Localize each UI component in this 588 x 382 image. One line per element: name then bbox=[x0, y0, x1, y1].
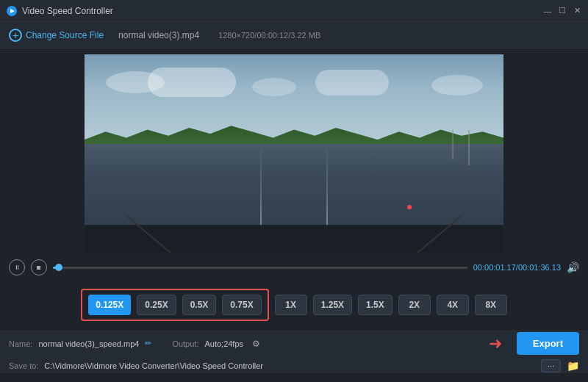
maximize-button[interactable]: ☐ bbox=[557, 6, 567, 16]
video-preview[interactable] bbox=[85, 54, 503, 253]
speed-btn-3[interactable]: 0.75X bbox=[222, 295, 261, 315]
volume-icon[interactable]: 🔊 bbox=[567, 262, 579, 273]
export-button[interactable]: Export bbox=[517, 332, 579, 355]
stop-button[interactable]: ⏹ bbox=[31, 259, 47, 275]
video-container bbox=[0, 48, 588, 256]
close-button[interactable]: ✕ bbox=[572, 6, 582, 16]
file-name: normal video(3).mp4 bbox=[118, 30, 199, 40]
minimize-button[interactable]: — bbox=[542, 6, 553, 16]
speed-btn-7[interactable]: 2X bbox=[398, 295, 431, 315]
speed-btn-6[interactable]: 1.5X bbox=[358, 295, 392, 315]
file-details: 1280×720/00:00:12/3.22 MB bbox=[218, 31, 320, 40]
progress-thumb bbox=[55, 264, 62, 271]
name-label: Name: bbox=[9, 339, 32, 348]
browse-button[interactable]: ··· bbox=[541, 359, 561, 372]
window-controls: — ☐ ✕ bbox=[542, 6, 582, 16]
speed-btn-8[interactable]: 4X bbox=[437, 295, 469, 315]
edit-icon[interactable]: ✏ bbox=[145, 339, 151, 348]
playback-bar: ⏸ ⏹ 00:00:01.17/00:01:36.13 🔊 bbox=[0, 256, 588, 279]
name-value: normal video(3)_speed.mp4 bbox=[38, 339, 139, 348]
speed-selected-group: 0.125X 0.25X 0.5X 0.75X bbox=[81, 289, 268, 321]
progress-bar[interactable] bbox=[53, 267, 467, 269]
bottom-bar: Name: normal video(3)_speed.mp4 ✏ Output… bbox=[0, 331, 588, 373]
export-arrow-icon: ➜ bbox=[489, 334, 502, 353]
app-icon bbox=[6, 5, 18, 17]
title-bar: Video Speed Controller — ☐ ✕ bbox=[0, 0, 588, 22]
change-source-label: Change Source File bbox=[26, 30, 104, 40]
power-tower bbox=[468, 130, 470, 166]
output-label: Output: bbox=[172, 339, 198, 348]
speed-btn-4[interactable]: 1X bbox=[275, 295, 307, 315]
speed-btn-1[interactable]: 0.25X bbox=[137, 295, 176, 315]
name-row: Name: normal video(3)_speed.mp4 ✏ Output… bbox=[9, 332, 579, 355]
power-tower-2 bbox=[452, 130, 453, 160]
save-row: Save to: C:\Vidmore\Vidmore Video Conver… bbox=[9, 359, 579, 372]
save-label: Save to: bbox=[9, 361, 38, 370]
cloud-area bbox=[85, 65, 503, 134]
save-path: C:\Vidmore\Vidmore Video Converter\Video… bbox=[44, 361, 534, 370]
speed-btn-9[interactable]: 8X bbox=[475, 295, 507, 315]
add-icon: + bbox=[9, 29, 22, 42]
folder-icon[interactable]: 📁 bbox=[567, 360, 579, 372]
app-title: Video Speed Controller bbox=[22, 6, 542, 16]
output-value: Auto;24fps bbox=[204, 339, 243, 348]
gear-icon[interactable]: ⚙ bbox=[252, 339, 260, 349]
speed-btn-2[interactable]: 0.5X bbox=[182, 295, 217, 315]
toolbar: + Change Source File normal video(3).mp4… bbox=[0, 22, 588, 48]
red-dot bbox=[407, 205, 412, 209]
speed-area: 0.125X 0.25X 0.5X 0.75X 1X 1.25X 1.5X 2X… bbox=[0, 279, 588, 331]
time-display: 00:00:01.17/00:01:36.13 bbox=[473, 263, 561, 272]
change-source-button[interactable]: + Change Source File bbox=[9, 29, 104, 42]
pause-button[interactable]: ⏸ bbox=[9, 259, 25, 275]
speed-btn-0[interactable]: 0.125X bbox=[88, 295, 131, 315]
speed-btn-5[interactable]: 1.25X bbox=[313, 295, 352, 315]
